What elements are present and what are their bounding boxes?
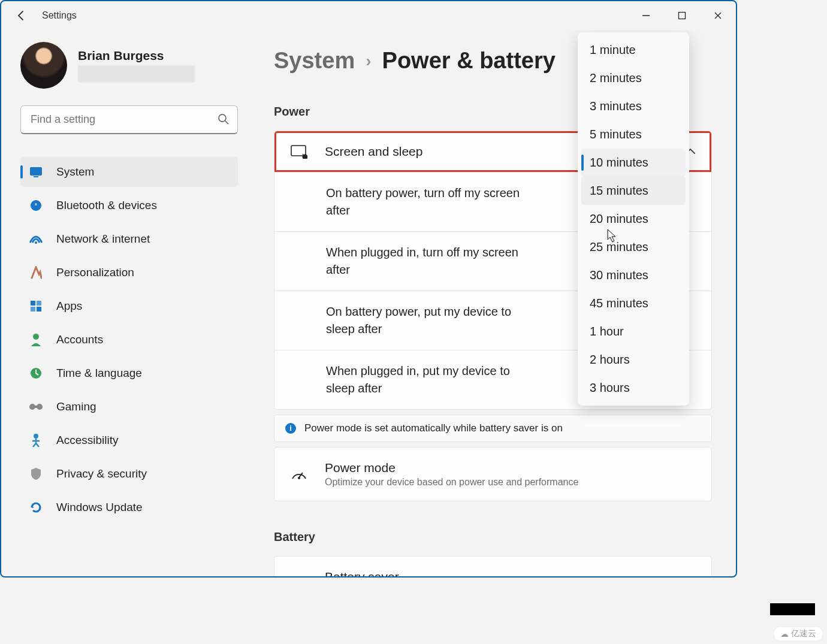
nav-item-system[interactable]: System — [20, 157, 238, 187]
breadcrumb-parent[interactable]: System — [274, 48, 355, 74]
svg-rect-19 — [291, 146, 306, 156]
nav-item-gaming[interactable]: Gaming — [20, 392, 238, 422]
nav-label: Gaming — [56, 400, 96, 413]
setting-label: When plugged in, put my device to sleep … — [326, 362, 542, 397]
nav-item-windows-update[interactable]: Windows Update — [20, 492, 238, 522]
dropdown-option[interactable]: 15 minutes — [581, 177, 686, 205]
info-icon: i — [285, 423, 296, 434]
svg-point-18 — [34, 434, 38, 439]
nav-list: System*Bluetooth & devicesNetwork & inte… — [20, 157, 238, 522]
power-mode-info-banner: i Power mode is set automatically while … — [274, 415, 712, 442]
avatar — [20, 42, 67, 89]
nav-label: Windows Update — [56, 501, 143, 514]
nav-item-accounts[interactable]: Accounts — [20, 325, 238, 355]
svg-point-22 — [298, 477, 300, 479]
svg-line-3 — [225, 121, 228, 124]
nav-icon — [29, 332, 43, 347]
dropdown-option[interactable]: 25 minutes — [581, 233, 686, 261]
nav-icon — [29, 265, 43, 280]
user-row[interactable]: Brian Burgess — [20, 42, 238, 89]
nav-item-privacy-security[interactable]: Privacy & security — [20, 459, 238, 489]
section-battery-title: Battery — [274, 530, 712, 544]
nav-label: Accounts — [56, 333, 103, 346]
dropdown-option[interactable]: 2 hours — [581, 346, 686, 374]
dropdown-option[interactable]: 3 minutes — [581, 92, 686, 120]
nav-label: Apps — [56, 300, 82, 313]
nav-icon — [29, 299, 43, 313]
dropdown-option[interactable]: 45 minutes — [581, 289, 686, 318]
dropdown-option[interactable]: 1 hour — [581, 318, 686, 346]
sidebar: Brian Burgess System*Bluetooth & devices… — [1, 30, 250, 576]
setting-label: When plugged in, turn off my screen afte… — [326, 244, 542, 279]
close-button[interactable] — [700, 1, 736, 30]
content: System › Power & battery Power Screen an… — [250, 30, 736, 576]
dropdown-option[interactable]: 10 minutes — [581, 149, 686, 177]
dropdown-option[interactable]: 20 minutes — [581, 205, 686, 233]
nav-icon — [29, 500, 43, 515]
dropdown-option[interactable]: 5 minutes — [581, 120, 686, 149]
user-name: Brian Burgess — [78, 49, 195, 63]
nav-label: Accessibility — [56, 434, 118, 447]
breadcrumb-current: Power & battery — [382, 48, 556, 74]
minimize-button[interactable] — [628, 1, 664, 30]
nav-label: Network & internet — [56, 232, 150, 246]
time-dropdown[interactable]: 1 minute2 minutes3 minutes5 minutes10 mi… — [578, 32, 689, 406]
svg-rect-17 — [34, 406, 38, 408]
search-wrap — [20, 105, 238, 134]
app-title: Settings — [42, 10, 77, 21]
search-input[interactable] — [20, 105, 238, 134]
user-email-redacted — [78, 65, 195, 82]
power-mode-subtitle: Optimize your device based on power use … — [325, 477, 578, 488]
svg-point-13 — [33, 334, 39, 340]
battery-saver-title: Battery saver — [325, 570, 545, 576]
nav-item-accessibility[interactable]: Accessibility — [20, 425, 238, 455]
nav-icon — [29, 366, 43, 380]
power-mode-title: Power mode — [325, 461, 578, 475]
chevron-right-icon: › — [366, 52, 371, 71]
nav-label: Time & language — [56, 367, 142, 380]
nav-icon — [29, 467, 43, 481]
nav-label: Personalization — [56, 266, 134, 279]
settings-window: Settings Brian Burgess System*Bluet — [0, 0, 737, 578]
nav-icon: * — [29, 198, 43, 213]
svg-rect-11 — [31, 307, 35, 312]
watermark: ☁ 亿速云 — [774, 627, 822, 640]
search-icon — [218, 113, 230, 125]
nav-label: Bluetooth & devices — [56, 199, 157, 212]
nav-item-network-internet[interactable]: Network & internet — [20, 224, 238, 254]
svg-rect-10 — [37, 301, 41, 306]
setting-label: On battery power, turn off my screen aft… — [326, 185, 542, 219]
svg-rect-4 — [30, 167, 42, 176]
nav-item-time-language[interactable]: Time & language — [20, 358, 238, 388]
screen-and-sleep-title: Screen and sleep — [325, 144, 422, 159]
nav-icon — [29, 433, 43, 448]
nav-icon — [29, 232, 43, 246]
svg-rect-5 — [34, 176, 38, 177]
info-text: Power mode is set automatically while ba… — [304, 422, 563, 434]
dropdown-option[interactable]: 3 hours — [581, 374, 686, 402]
black-strip — [770, 603, 815, 615]
nav-label: System — [56, 165, 94, 179]
dropdown-option[interactable]: 30 minutes — [581, 261, 686, 289]
maximize-button[interactable] — [664, 1, 700, 30]
cloud-icon: ☁ — [780, 629, 789, 639]
battery-saver-card[interactable]: Battery saver Extend battery life by lim… — [274, 556, 712, 576]
setting-label: On battery power, put my device to sleep… — [326, 303, 542, 338]
screen-icon — [290, 144, 308, 159]
svg-rect-9 — [31, 301, 35, 306]
titlebar: Settings — [1, 1, 736, 30]
dropdown-option[interactable]: 1 minute — [581, 36, 686, 64]
window-controls — [628, 1, 736, 30]
svg-rect-12 — [37, 307, 41, 312]
svg-text:*: * — [35, 202, 38, 209]
nav-item-personalization[interactable]: Personalization — [20, 258, 238, 288]
dropdown-option[interactable]: 2 minutes — [581, 64, 686, 92]
nav-label: Privacy & security — [56, 467, 147, 480]
nav-item-apps[interactable]: Apps — [20, 291, 238, 321]
power-mode-card[interactable]: Power mode Optimize your device based on… — [274, 447, 712, 501]
svg-point-8 — [35, 241, 37, 244]
nav-icon — [29, 165, 43, 179]
gauge-icon — [290, 468, 308, 481]
back-button[interactable] — [12, 6, 31, 25]
nav-item-bluetooth-devices[interactable]: *Bluetooth & devices — [20, 191, 238, 220]
